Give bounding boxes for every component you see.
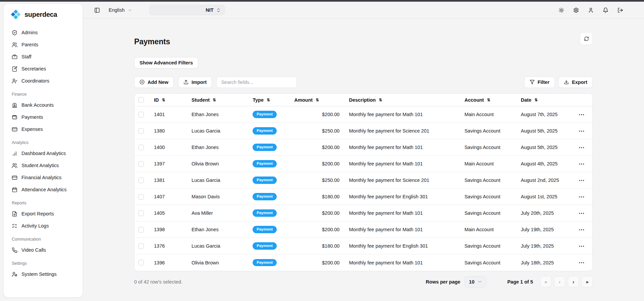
brand-logo-row[interactable]: superdeca bbox=[4, 9, 83, 23]
cell-amount: $250.00 bbox=[289, 172, 344, 189]
sidebar-item-secretaries[interactable]: Secretaries bbox=[8, 63, 78, 75]
wallet-icon bbox=[12, 114, 17, 120]
row-checkbox[interactable] bbox=[138, 243, 144, 249]
cell-date: August 1st, 2025 bbox=[516, 189, 571, 205]
sidebar-section-settings: Settings bbox=[8, 256, 78, 268]
add-new-button[interactable]: Add New bbox=[134, 77, 174, 88]
selection-info: 0 of 42 row's selected. bbox=[134, 279, 182, 285]
sidebar-item-student-analytics[interactable]: Student Analytics bbox=[8, 159, 78, 171]
sort-icon[interactable]: ⇅ bbox=[162, 98, 165, 102]
row-actions-button[interactable]: ⋯ bbox=[577, 160, 587, 167]
import-button[interactable]: Import bbox=[178, 77, 212, 88]
payment-type-badge: Payment bbox=[253, 242, 277, 250]
cell-date: July 19th, 2025 bbox=[516, 221, 571, 238]
row-checkbox[interactable] bbox=[138, 145, 144, 150]
sidebar-item-label: Expenses bbox=[21, 127, 43, 132]
brand-logo-icon bbox=[10, 9, 21, 20]
table-header-row: ID⇅ Student⇅ Type⇅ Amount⇅ Description⇅ … bbox=[135, 94, 592, 106]
row-checkbox[interactable] bbox=[138, 260, 144, 265]
row-actions-button[interactable]: ⋯ bbox=[577, 111, 587, 118]
sidebar-item-attendance-analytics[interactable]: Attendance Analytics bbox=[8, 184, 78, 196]
sort-icon[interactable]: ⇅ bbox=[267, 98, 270, 102]
refresh-button[interactable] bbox=[580, 32, 593, 45]
sidebar-toggle-button[interactable] bbox=[94, 7, 100, 13]
row-checkbox[interactable] bbox=[138, 194, 144, 200]
cell-account: Savings Account bbox=[460, 238, 516, 254]
theme-toggle-button[interactable] bbox=[558, 7, 564, 13]
row-actions-button[interactable]: ⋯ bbox=[577, 210, 587, 217]
search-input[interactable] bbox=[216, 77, 297, 88]
column-header-student[interactable]: Student⇅ bbox=[192, 97, 216, 103]
row-actions-button[interactable]: ⋯ bbox=[577, 193, 587, 200]
row-actions-button[interactable]: ⋯ bbox=[577, 226, 587, 233]
sort-icon[interactable]: ⇅ bbox=[379, 98, 382, 102]
column-header-account[interactable]: Account⇅ bbox=[465, 97, 490, 103]
cell-date: August 5th, 2025 bbox=[516, 139, 571, 156]
row-actions-button[interactable]: ⋯ bbox=[577, 144, 587, 151]
sidebar-item-label: Coordinators bbox=[21, 78, 49, 84]
sidebar-item-activity-logs[interactable]: Activity Logs bbox=[8, 220, 78, 232]
profile-button[interactable] bbox=[588, 7, 594, 13]
previous-page-button[interactable]: ‹ bbox=[554, 276, 565, 287]
notifications-button[interactable] bbox=[603, 7, 608, 13]
filter-button[interactable]: Filter bbox=[524, 77, 555, 88]
cell-description: Monthly fee payment for Math 101 bbox=[344, 221, 460, 238]
column-header-type[interactable]: Type⇅ bbox=[253, 97, 270, 103]
school-selector[interactable]: NIT bbox=[149, 5, 225, 15]
file-text-icon bbox=[12, 211, 17, 217]
table-toolbar: Add New Import Filter Export bbox=[134, 77, 593, 88]
sort-icon[interactable]: ⇅ bbox=[534, 98, 538, 102]
cell-date: August 5th, 2025 bbox=[516, 123, 571, 139]
bell-icon bbox=[603, 7, 608, 13]
sidebar-item-parents[interactable]: Parents bbox=[8, 39, 78, 51]
column-header-amount[interactable]: Amount⇅ bbox=[294, 97, 319, 103]
row-actions-button[interactable]: ⋯ bbox=[577, 128, 587, 135]
sidebar-item-label: Student Analytics bbox=[21, 163, 59, 168]
row-checkbox[interactable] bbox=[138, 178, 144, 183]
sidebar-item-financial-analytics[interactable]: Financial Analytics bbox=[8, 171, 78, 184]
sidebar-section-analytics: Analytics bbox=[8, 135, 78, 147]
export-button[interactable]: Export bbox=[558, 77, 593, 88]
select-all-checkbox[interactable] bbox=[138, 97, 144, 103]
column-header-date[interactable]: Date⇅ bbox=[521, 97, 538, 103]
sidebar-item-bank-accounts[interactable]: Bank Accounts bbox=[8, 99, 78, 111]
row-actions-button[interactable]: ⋯ bbox=[577, 177, 587, 184]
rows-per-page-select[interactable]: 10 bbox=[465, 276, 486, 288]
sidebar-item-video-calls[interactable]: Video Calls bbox=[8, 244, 78, 256]
topbar-actions bbox=[558, 7, 623, 13]
sidebar-item-system-settings[interactable]: System Settings bbox=[8, 268, 78, 280]
table-footer: 0 of 42 row's selected. Rows per page 10… bbox=[134, 276, 593, 288]
language-selector[interactable]: English bbox=[109, 7, 132, 13]
column-header-description[interactable]: Description⇅ bbox=[349, 97, 382, 103]
column-header-id[interactable]: ID⇅ bbox=[154, 97, 165, 103]
sidebar-item-coordinators[interactable]: Coordinators bbox=[8, 75, 78, 87]
row-checkbox[interactable] bbox=[138, 128, 144, 134]
sidebar-item-export-reports[interactable]: Export Reports bbox=[8, 208, 78, 220]
show-advanced-filters-button[interactable]: Show Advanced Filters bbox=[134, 57, 198, 68]
row-checkbox[interactable] bbox=[138, 227, 144, 233]
notebook-pen-icon bbox=[12, 66, 17, 72]
row-checkbox[interactable] bbox=[138, 112, 144, 117]
settings-button[interactable] bbox=[573, 7, 579, 13]
sort-icon[interactable]: ⇅ bbox=[316, 98, 319, 102]
users-icon bbox=[12, 163, 17, 168]
row-checkbox[interactable] bbox=[138, 161, 144, 167]
row-actions-button[interactable]: ⋯ bbox=[577, 243, 587, 250]
cell-id: 1400 bbox=[149, 139, 187, 156]
sidebar-item-admins[interactable]: Admins bbox=[8, 27, 78, 39]
sidebar-item-expenses[interactable]: Expenses bbox=[8, 123, 78, 135]
sidebar-item-staff[interactable]: Staff bbox=[8, 51, 78, 63]
table-row: 1397 Olivia Brown Payment $200.00 Monthl… bbox=[135, 156, 592, 172]
sort-icon[interactable]: ⇅ bbox=[487, 98, 490, 102]
row-checkbox[interactable] bbox=[138, 210, 144, 216]
sidebar-item-label: Staff bbox=[21, 54, 32, 59]
cell-description: Monthly fee payment for Math 101 bbox=[344, 156, 460, 172]
sort-icon[interactable]: ⇅ bbox=[213, 98, 216, 102]
next-page-button[interactable]: › bbox=[568, 276, 579, 287]
last-page-button[interactable]: » bbox=[582, 276, 593, 287]
row-actions-button[interactable]: ⋯ bbox=[577, 259, 587, 266]
logout-button[interactable] bbox=[618, 7, 623, 13]
sidebar-item-payments[interactable]: Payments bbox=[8, 111, 78, 123]
sidebar-item-dashboard-analytics[interactable]: Dashboard Analytics bbox=[8, 147, 78, 159]
first-page-button[interactable]: « bbox=[540, 276, 551, 287]
